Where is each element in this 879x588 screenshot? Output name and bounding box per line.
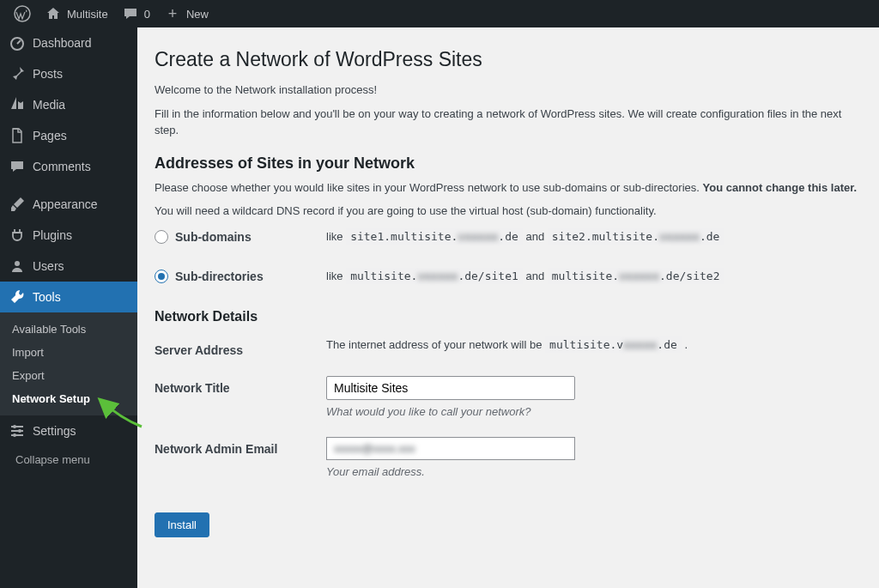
plus-icon: + bbox=[164, 5, 181, 22]
sidebar-label: Tools bbox=[33, 290, 61, 304]
submenu-network-setup[interactable]: Network Setup bbox=[0, 387, 137, 410]
addresses-heading: Addresses of Sites in your Network bbox=[155, 155, 862, 173]
addresses-text-1: Please choose whether you would like sit… bbox=[155, 179, 862, 197]
svg-point-2 bbox=[15, 261, 20, 266]
sidebar-item-users[interactable]: Users bbox=[0, 251, 137, 282]
sidebar-label: Media bbox=[33, 98, 65, 112]
option-subdomains-row: Sub-domains like site1.multisite.vxxxxx.… bbox=[155, 230, 862, 244]
wordpress-icon bbox=[14, 5, 31, 22]
collapse-label: Collapse menu bbox=[15, 453, 90, 466]
network-title-label: Network Title bbox=[155, 376, 326, 395]
sidebar-label: Plugins bbox=[33, 228, 72, 242]
new-content-menu[interactable]: + New bbox=[157, 0, 215, 27]
plug-icon bbox=[9, 227, 26, 244]
addresses-text-2: You will need a wildcard DNS record if y… bbox=[155, 203, 862, 220]
svg-point-5 bbox=[13, 433, 16, 437]
network-title-desc: What would you like to call your network… bbox=[326, 405, 862, 418]
admin-email-label: Network Admin Email bbox=[155, 437, 326, 456]
sidebar-item-dashboard[interactable]: Dashboard bbox=[0, 27, 137, 58]
intro-text-1: Welcome to the Network installation proc… bbox=[155, 82, 862, 99]
sidebar-label: Comments bbox=[33, 160, 91, 173]
comment-icon bbox=[122, 5, 139, 22]
media-icon bbox=[9, 96, 26, 113]
dashboard-icon bbox=[9, 34, 26, 52]
option-subdirectories-desc: like multisite.vxxxxx.de/site1 and multi… bbox=[326, 270, 862, 282]
home-icon bbox=[45, 5, 62, 22]
admin-email-row: Network Admin Email xxxxx@xxxx.xxx Your … bbox=[155, 437, 862, 478]
svg-point-4 bbox=[18, 429, 21, 433]
sidebar-item-comments[interactable]: Comments bbox=[0, 151, 137, 182]
wp-logo-menu[interactable] bbox=[7, 0, 38, 27]
sidebar-label: Users bbox=[33, 259, 64, 273]
server-address-label: Server Address bbox=[155, 338, 326, 357]
radio-subdirectories[interactable] bbox=[155, 270, 168, 283]
sidebar-item-appearance[interactable]: Appearance bbox=[0, 189, 137, 220]
page-title: Create a Network of WordPress Sites bbox=[155, 48, 862, 71]
wrench-icon bbox=[9, 288, 26, 306]
sliders-icon bbox=[9, 422, 26, 439]
network-title-input[interactable] bbox=[326, 376, 575, 400]
server-address-row: Server Address The internet address of y… bbox=[155, 338, 862, 357]
sidebar-item-pages[interactable]: Pages bbox=[0, 120, 137, 151]
sidebar-item-settings[interactable]: Settings bbox=[0, 415, 137, 446]
radio-subdomains[interactable] bbox=[155, 230, 168, 244]
submenu-import[interactable]: Import bbox=[0, 341, 137, 364]
svg-point-3 bbox=[13, 425, 16, 428]
comments-count: 0 bbox=[144, 8, 150, 21]
sidebar-label: Posts bbox=[33, 67, 63, 81]
sidebar-item-posts[interactable]: Posts bbox=[0, 58, 137, 89]
brush-icon bbox=[9, 196, 26, 213]
install-button[interactable]: Install bbox=[155, 512, 209, 537]
radio-subdomains-label[interactable]: Sub-domains bbox=[175, 230, 252, 244]
network-title-row: Network Title What would you like to cal… bbox=[155, 376, 862, 418]
submenu-export[interactable]: Export bbox=[0, 364, 137, 387]
intro-text-2: Fill in the information below and you'll… bbox=[155, 106, 862, 139]
radio-subdirectories-label[interactable]: Sub-directories bbox=[175, 270, 264, 283]
admin-email-input[interactable]: xxxxx@xxxx.xxx bbox=[334, 442, 415, 455]
sidebar-label: Pages bbox=[33, 129, 67, 142]
users-icon bbox=[9, 258, 26, 275]
option-subdomains-desc: like site1.multisite.vxxxxx.de and site2… bbox=[326, 230, 862, 243]
site-name-label: Multisite bbox=[67, 8, 108, 21]
page-icon bbox=[9, 127, 26, 144]
tools-submenu: Available Tools Import Export Network Se… bbox=[0, 312, 137, 415]
admin-email-desc: Your email address. bbox=[326, 465, 862, 478]
sidebar-item-tools[interactable]: Tools bbox=[0, 282, 137, 312]
page-content: Create a Network of WordPress Sites Welc… bbox=[137, 27, 879, 588]
submenu-available-tools[interactable]: Available Tools bbox=[0, 318, 137, 341]
network-details-heading: Network Details bbox=[155, 309, 862, 324]
site-name-menu[interactable]: Multisite bbox=[38, 0, 115, 27]
admin-sidebar: Dashboard Posts Media Pages Comments App… bbox=[0, 27, 137, 588]
collapse-menu[interactable]: Collapse menu bbox=[0, 446, 137, 473]
admin-bar: Multisite 0 + New bbox=[0, 0, 879, 27]
server-address-value: The internet address of your network wil… bbox=[326, 338, 862, 351]
pin-icon bbox=[9, 65, 26, 82]
sidebar-label: Appearance bbox=[33, 197, 98, 211]
sidebar-item-plugins[interactable]: Plugins bbox=[0, 220, 137, 251]
sidebar-item-media[interactable]: Media bbox=[0, 89, 137, 120]
comment-icon bbox=[9, 158, 26, 175]
option-subdirectories-row: Sub-directories like multisite.vxxxxx.de… bbox=[155, 270, 862, 283]
comments-menu[interactable]: 0 bbox=[115, 0, 157, 27]
sidebar-label: Dashboard bbox=[33, 36, 92, 50]
sidebar-label: Settings bbox=[33, 424, 76, 438]
new-label: New bbox=[186, 8, 209, 21]
